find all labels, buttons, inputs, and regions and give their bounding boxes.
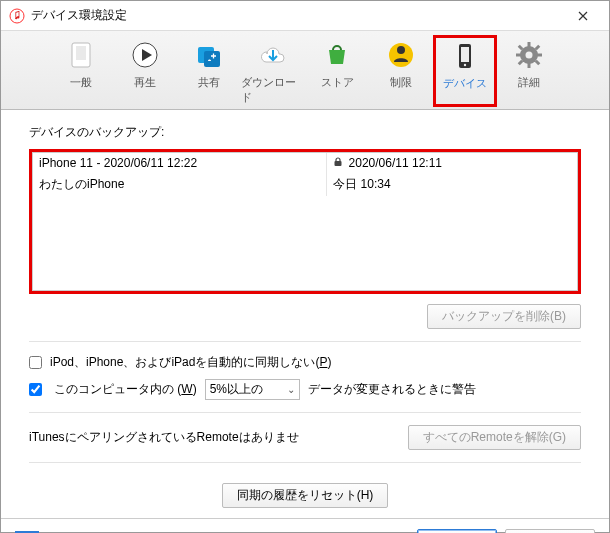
remote-row: iTunesにペアリングされているRemoteはありませ すべてのRemoteを… xyxy=(29,425,581,450)
warn-row: このコンピュータ内の (W) 5%以上の ⌄ データが変更されるときに警告 xyxy=(29,379,581,400)
store-icon xyxy=(319,37,355,73)
divider xyxy=(29,462,581,463)
sharing-icon xyxy=(191,37,227,73)
close-button[interactable] xyxy=(565,1,601,31)
svg-rect-5 xyxy=(204,51,220,67)
backups-heading: デバイスのバックアップ: xyxy=(29,124,581,141)
footer: ? OK キャンセル xyxy=(1,518,609,533)
backup-date: 今日 10:34 xyxy=(333,177,390,191)
tab-label: 詳細 xyxy=(518,75,540,90)
svg-point-10 xyxy=(464,64,466,66)
titlebar: デバイス環境設定 xyxy=(1,1,609,31)
warn-suffix: データが変更されるときに警告 xyxy=(308,381,476,398)
backup-name: わたしのiPhone xyxy=(39,177,124,191)
lock-icon xyxy=(333,156,343,170)
warn-checkbox[interactable] xyxy=(29,383,42,396)
threshold-value: 5%以上の xyxy=(210,381,263,398)
general-icon xyxy=(63,37,99,73)
tab-general[interactable]: 一般 xyxy=(49,35,113,107)
svg-rect-15 xyxy=(516,54,521,57)
no-auto-sync-checkbox[interactable] xyxy=(29,356,42,369)
no-auto-sync-row[interactable]: iPod、iPhone、およびiPadを自動的に同期しない(P) xyxy=(29,354,581,371)
tab-store[interactable]: ストア xyxy=(305,35,369,107)
svg-rect-2 xyxy=(76,46,86,60)
no-auto-sync-label: iPod、iPhone、およびiPadを自動的に同期しない(P) xyxy=(50,354,331,371)
tab-label: ダウンロード xyxy=(241,75,305,105)
toolbar: 一般 再生 共有 ダウンロード ストア xyxy=(1,31,609,110)
download-icon xyxy=(255,37,291,73)
window-title: デバイス環境設定 xyxy=(31,7,565,24)
unpair-remotes-label: すべてのRemoteを解除(G) xyxy=(423,430,566,444)
svg-rect-14 xyxy=(528,63,531,68)
svg-rect-13 xyxy=(528,42,531,47)
play-icon xyxy=(127,37,163,73)
divider xyxy=(29,412,581,413)
svg-point-7 xyxy=(397,46,405,54)
backup-name: iPhone 11 - 2020/06/11 12:22 xyxy=(39,156,197,170)
itunes-icon xyxy=(9,8,25,24)
backup-row[interactable]: わたしのiPhone 今日 10:34 xyxy=(33,173,577,196)
ok-button[interactable]: OK xyxy=(417,529,497,533)
gear-icon xyxy=(511,37,547,73)
tab-restrictions[interactable]: 制限 xyxy=(369,35,433,107)
reset-sync-history-button[interactable]: 同期の履歴をリセット(H) xyxy=(222,483,389,508)
unpair-remotes-button[interactable]: すべてのRemoteを解除(G) xyxy=(408,425,581,450)
tab-label: 一般 xyxy=(70,75,92,90)
threshold-select[interactable]: 5%以上の ⌄ xyxy=(205,379,300,400)
cancel-button[interactable]: キャンセル xyxy=(505,529,595,533)
tab-download[interactable]: ダウンロード xyxy=(241,35,305,107)
tab-label: デバイス xyxy=(443,76,487,91)
tab-sharing[interactable]: 共有 xyxy=(177,35,241,107)
divider xyxy=(29,341,581,342)
backup-date: 2020/06/11 12:11 xyxy=(349,156,442,170)
svg-rect-21 xyxy=(335,161,342,166)
tab-label: 制限 xyxy=(390,75,412,90)
chevron-down-icon: ⌄ xyxy=(287,384,295,395)
svg-rect-9 xyxy=(461,47,469,62)
svg-rect-16 xyxy=(537,54,542,57)
tab-devices[interactable]: デバイス xyxy=(433,35,497,107)
restrict-icon xyxy=(383,37,419,73)
tab-label: 共有 xyxy=(198,75,220,90)
close-icon xyxy=(578,11,588,21)
tab-advanced[interactable]: 詳細 xyxy=(497,35,561,107)
backup-row[interactable]: iPhone 11 - 2020/06/11 12:22 2020/06/11 … xyxy=(33,153,577,173)
body: デバイスのバックアップ: iPhone 11 - 2020/06/11 12:2… xyxy=(1,110,609,518)
tab-playback[interactable]: 再生 xyxy=(113,35,177,107)
svg-point-0 xyxy=(10,9,24,23)
warn-prefix: このコンピュータ内の (W) xyxy=(54,381,197,398)
tab-label: 再生 xyxy=(134,75,156,90)
reset-sync-history-label: 同期の履歴をリセット(H) xyxy=(237,488,374,502)
delete-backup-button[interactable]: バックアップを削除(B) xyxy=(427,304,581,329)
preferences-window: デバイス環境設定 一般 再生 共有 xyxy=(0,0,610,533)
remote-text: iTunesにペアリングされているRemoteはありませ xyxy=(29,429,299,446)
device-icon xyxy=(447,38,483,74)
svg-point-12 xyxy=(526,52,533,59)
tab-label: ストア xyxy=(321,75,354,90)
backup-list: iPhone 11 - 2020/06/11 12:22 2020/06/11 … xyxy=(29,149,581,294)
delete-backup-label: バックアップを削除(B) xyxy=(442,309,566,323)
